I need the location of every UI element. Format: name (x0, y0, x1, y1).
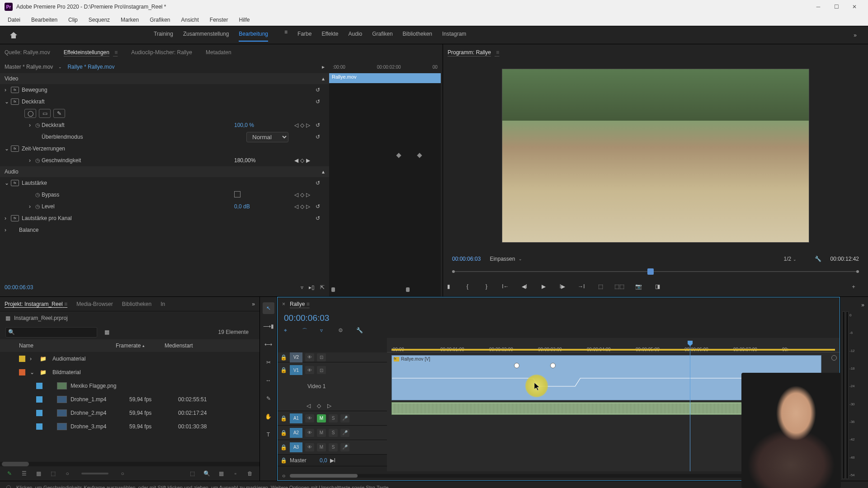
new-bin-button[interactable]: ▦ (104, 329, 109, 335)
add-marker-button[interactable]: ▮ (443, 281, 454, 292)
menu-file[interactable]: Datei (2, 15, 26, 25)
track-sync-lock[interactable]: ⊡ (317, 353, 326, 361)
label-color-swatch[interactable] (19, 369, 25, 375)
lock-icon[interactable]: 🔒 (280, 415, 287, 422)
home-button[interactable] (0, 26, 27, 44)
project-list[interactable]: ›📁Audiomaterial⌄📁BildmaterialMexiko Flag… (0, 352, 259, 462)
button-editor[interactable]: ＋ (848, 281, 859, 292)
delete-button[interactable]: 🗑 (246, 469, 254, 478)
maximize-button[interactable]: ☐ (827, 0, 845, 14)
icon-view-button[interactable]: ▦ (34, 469, 42, 478)
linked-selection-button[interactable]: ⌒ (302, 327, 311, 336)
ellipse-mask-button[interactable]: ◯ (24, 109, 36, 118)
export-frame-icon[interactable]: ⇱ (320, 284, 325, 291)
razor-tool[interactable]: ✂ (263, 357, 274, 368)
new-bin-footer[interactable]: ▦ (217, 469, 225, 478)
col-mediastart[interactable]: Medienstart (165, 343, 219, 349)
expand-icon[interactable]: ⌄ (30, 369, 36, 375)
timeline-close[interactable]: × (282, 301, 285, 307)
selection-tool[interactable]: ↖ (263, 302, 274, 314)
prop-blendmode[interactable]: Überblendmodus Normal ↺ (0, 131, 329, 143)
next-keyframe-button[interactable]: ▷ (327, 403, 331, 409)
track-mute-button[interactable]: M (317, 443, 326, 451)
filter-icon[interactable]: ▿ (301, 284, 303, 291)
prev-keyframe-button[interactable]: ◁ (307, 403, 311, 409)
go-to-in-button[interactable]: I← (500, 281, 511, 292)
speed-value[interactable]: 180,00% (234, 157, 288, 164)
program-timecode[interactable]: 00:00:06:03 (452, 256, 481, 262)
close-button[interactable]: ✕ (845, 0, 863, 14)
timeline-timecode[interactable]: 00:00:06:03 (284, 313, 329, 323)
label-color-swatch[interactable] (36, 423, 42, 430)
voice-over-button[interactable]: 🎤 (340, 443, 349, 451)
workspace-assembly[interactable]: Zusammenstellung (183, 29, 229, 42)
list-view-button[interactable]: ☰ (20, 469, 28, 478)
reset-icon[interactable]: ↺ (316, 134, 325, 140)
label-color-swatch[interactable] (36, 383, 42, 389)
sequence-tab[interactable]: Rallye ≡ (290, 301, 310, 307)
master-out-button[interactable]: ▶I (330, 457, 335, 464)
prop-level[interactable]: ›◷ Level 0,0 dB ◁◇▷ ↺ (0, 201, 329, 212)
master-clip-tab[interactable]: Master * Rallye.mov (5, 64, 53, 70)
pen-tool[interactable]: ✎ (263, 393, 274, 404)
menu-sequence[interactable]: Sequenz (83, 15, 115, 25)
menu-graphics[interactable]: Grafiken (144, 15, 175, 25)
track-mute-button[interactable]: M (317, 414, 326, 422)
slip-tool[interactable]: ↔ (263, 375, 274, 386)
track-solo-button[interactable]: S (329, 414, 338, 422)
chevron-down-icon[interactable]: ⌄ (58, 65, 62, 69)
effect-timecode[interactable]: 00:00:06:03 (5, 284, 33, 291)
lock-icon[interactable]: 🔒 (280, 354, 287, 361)
zoom-in-icon[interactable]: ○ (118, 469, 127, 478)
tab-in[interactable]: In (160, 301, 165, 307)
program-video-display[interactable] (443, 61, 868, 250)
zoom-out-handle[interactable]: ○ (282, 473, 285, 479)
lock-icon[interactable]: 🔒 (280, 367, 287, 373)
track-v2-target[interactable]: V2 (290, 352, 302, 362)
track-output-toggle[interactable]: 👁 (305, 366, 314, 374)
timeline-wrench-button[interactable]: 🔧 (356, 327, 365, 336)
auto-match-button[interactable]: ⬚ (188, 469, 196, 478)
play-only-icon[interactable]: ▸▯ (309, 284, 315, 291)
workspace-effects[interactable]: Effekte (321, 29, 338, 42)
fx-motion[interactable]: ›fx Bewegung ↺ (0, 84, 329, 96)
workspace-overflow[interactable]: » (854, 32, 857, 38)
track-output-toggle[interactable]: 👁 (305, 414, 314, 422)
voice-over-button[interactable]: 🎤 (340, 429, 349, 437)
project-row[interactable]: Drohne_3.mp459,94 fps00:01:30:38 (0, 420, 259, 433)
program-tab[interactable]: Programm: Rallye ≡ (448, 49, 499, 56)
lock-icon[interactable]: 🔒 (280, 444, 287, 450)
find-button[interactable]: 🔍 (203, 469, 211, 478)
tab-libraries[interactable]: Bibliotheken (122, 301, 151, 307)
track-solo-button[interactable]: S (329, 429, 338, 437)
tab-audio-clip-mixer[interactable]: Audioclip-Mischer: Rallye (131, 49, 192, 56)
col-name[interactable]: Name (5, 343, 112, 349)
workspace-editing[interactable]: Bearbeitung (239, 29, 268, 42)
snap-button[interactable]: ⌖ (284, 327, 293, 336)
speed-keyframe-marker[interactable] (550, 363, 556, 368)
project-row[interactable]: ›📁Audiomaterial (0, 352, 259, 366)
track-output-toggle[interactable]: 👁 (305, 443, 314, 451)
zoom-out-icon[interactable]: ○ (63, 469, 71, 478)
menu-window[interactable]: Fenster (204, 15, 234, 25)
timeline-settings-button[interactable]: ⚙ (338, 327, 347, 336)
settings-wrench-icon[interactable]: 🔧 (815, 256, 821, 262)
opacity-value[interactable]: 100,0 % (234, 122, 288, 128)
track-a2-target[interactable]: A2 (290, 428, 302, 438)
add-keyframe-button[interactable]: ◇ (317, 403, 321, 409)
step-back-button[interactable]: ◀I (519, 281, 530, 292)
workspace-menu-icon[interactable]: ≡ (284, 29, 288, 42)
timeline-ruler[interactable]: :00:0000:00:01:0000:00:02:0000:00:03:000… (387, 338, 840, 352)
step-forward-button[interactable]: I▶ (557, 281, 568, 292)
extract-button[interactable]: ⬚⬚ (614, 281, 625, 292)
ripple-edit-tool[interactable]: ⟷ (263, 338, 274, 350)
effect-zoom-slider[interactable] (329, 287, 441, 296)
track-end-marker[interactable] (831, 355, 837, 361)
lift-button[interactable]: ⬚ (595, 281, 606, 292)
lock-icon[interactable]: 🔒 (280, 430, 287, 436)
voice-over-button[interactable]: 🎤 (340, 414, 349, 422)
master-level-value[interactable]: 0,0 (320, 457, 327, 464)
workspace-instagram[interactable]: Instagram (442, 29, 466, 42)
tab-source[interactable]: Quelle: Rallye.mov (5, 49, 50, 56)
project-row[interactable]: Mexiko Flagge.png (0, 379, 259, 393)
